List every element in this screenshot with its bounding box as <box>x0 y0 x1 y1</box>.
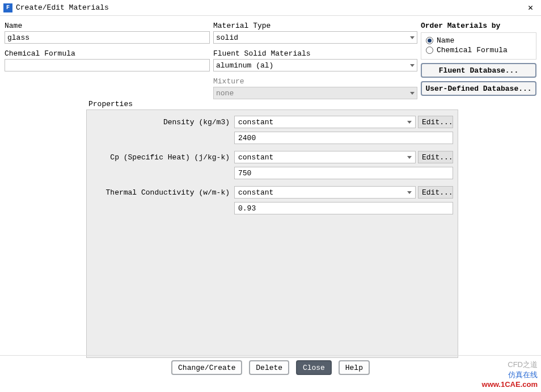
properties-panel: Density (kg/m3) constant Edit... Cp (Spe… <box>86 109 458 358</box>
chevron-down-icon <box>410 64 415 67</box>
user-defined-database-button[interactable]: User-Defined Database... <box>421 81 536 96</box>
order-by-group: Name Chemical Formula <box>421 32 536 60</box>
thermal-conductivity-edit-button[interactable]: Edit... <box>418 186 453 199</box>
name-label: Name <box>5 22 210 30</box>
chevron-down-icon <box>410 36 415 39</box>
material-type-label: Material Type <box>213 22 417 30</box>
watermark-line2: 仿真在线 <box>482 370 538 380</box>
chevron-down-icon <box>407 156 412 159</box>
chevron-down-icon <box>407 191 412 194</box>
fluent-solid-materials-select[interactable]: aluminum (al) <box>213 59 417 71</box>
radio-chemical-formula-label: Chemical Formula <box>437 46 508 54</box>
radio-name-label: Name <box>437 36 454 45</box>
chevron-down-icon <box>410 92 415 95</box>
close-icon[interactable]: ✕ <box>523 1 538 14</box>
thermal-conductivity-method-select[interactable]: constant <box>234 186 416 199</box>
mixture-value: none <box>216 89 234 98</box>
properties-title: Properties <box>88 100 458 108</box>
fluent-database-button[interactable]: Fluent Database... <box>421 63 536 78</box>
thermal-conductivity-label: Thermal Conductivity (w/m-k) <box>91 188 232 197</box>
chemical-formula-label: Chemical Formula <box>5 49 210 58</box>
watermark-line3: www.1CAE.com <box>482 380 538 390</box>
thermal-conductivity-method-value: constant <box>238 188 273 197</box>
mixture-select: none <box>213 87 417 99</box>
cp-method-value: constant <box>238 153 273 162</box>
density-edit-button[interactable]: Edit... <box>418 116 453 128</box>
mixture-label: Mixture <box>213 77 417 86</box>
cp-label: Cp (Specific Heat) (j/kg-k) <box>91 153 232 162</box>
app-icon: F <box>3 3 12 12</box>
density-label: Density (kg/m3) <box>91 118 232 127</box>
change-create-button[interactable]: Change/Create <box>171 360 242 375</box>
cp-value-input[interactable] <box>234 167 453 179</box>
fluent-solid-materials-label: Fluent Solid Materials <box>213 49 417 58</box>
radio-name[interactable] <box>426 37 433 44</box>
radio-chemical-formula[interactable] <box>426 47 433 54</box>
watermark: CFD之道 仿真在线 www.1CAE.com <box>482 360 538 390</box>
delete-button[interactable]: Delete <box>249 360 289 375</box>
order-by-title: Order Materials by <box>421 22 536 30</box>
material-type-select[interactable]: solid <box>213 31 417 44</box>
thermal-conductivity-value-input[interactable] <box>234 202 453 214</box>
help-button[interactable]: Help <box>339 360 370 375</box>
fluent-solid-materials-value: aluminum (al) <box>216 61 273 70</box>
density-value-input[interactable] <box>234 132 453 144</box>
watermark-line1: CFD之道 <box>482 360 538 370</box>
chevron-down-icon <box>407 121 412 124</box>
window-title: Create/Edit Materials <box>16 3 109 12</box>
density-method-select[interactable]: constant <box>234 116 416 128</box>
close-button[interactable]: Close <box>296 360 332 375</box>
name-input[interactable] <box>5 31 210 44</box>
density-method-value: constant <box>238 118 273 127</box>
chemical-formula-input[interactable] <box>5 59 210 71</box>
material-type-value: solid <box>216 33 238 42</box>
cp-method-select[interactable]: constant <box>234 151 416 163</box>
cp-edit-button[interactable]: Edit... <box>418 151 453 163</box>
